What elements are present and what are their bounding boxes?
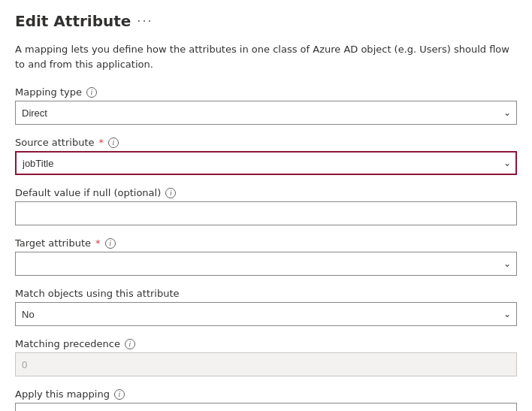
match-objects-label: Match objects using this attribute (15, 288, 517, 299)
matching-precedence-input (15, 352, 517, 376)
source-attribute-label: Source attribute * i (15, 137, 517, 148)
target-attribute-label: Target attribute * i (15, 237, 517, 249)
source-attribute-wrapper: jobTitle department displayName mail ⌄ (15, 151, 517, 175)
default-value-info-icon[interactable]: i (165, 188, 176, 198)
apply-mapping-section: Apply this mapping i Always Only during … (15, 388, 517, 411)
match-objects-select[interactable]: No Yes (15, 302, 517, 326)
target-attribute-section: Target attribute * i ⌄ (15, 237, 517, 276)
page-header: Edit Attribute ··· (15, 12, 517, 30)
mapping-type-label: Mapping type i (15, 86, 517, 98)
source-attribute-select[interactable]: jobTitle department displayName mail (15, 151, 517, 175)
target-attribute-select[interactable] (15, 252, 517, 276)
more-options-icon[interactable]: ··· (137, 14, 153, 29)
matching-precedence-label: Matching precedence i (15, 338, 517, 349)
apply-mapping-label: Apply this mapping i (15, 388, 517, 400)
match-objects-wrapper: No Yes ⌄ (15, 302, 517, 326)
matching-precedence-info-icon[interactable]: i (125, 339, 135, 349)
matching-precedence-section: Matching precedence i (15, 338, 517, 376)
page-description: A mapping lets you define how the attrib… (15, 42, 517, 71)
default-value-input[interactable] (15, 201, 517, 225)
target-attribute-wrapper: ⌄ (15, 252, 517, 276)
mapping-type-select[interactable]: Direct Expression Constant (15, 101, 517, 125)
source-attribute-section: Source attribute * i jobTitle department… (15, 137, 517, 175)
apply-mapping-info-icon[interactable]: i (114, 389, 125, 400)
mapping-type-section: Mapping type i Direct Expression Constan… (15, 86, 517, 125)
page-title: Edit Attribute (15, 12, 131, 30)
match-objects-section: Match objects using this attribute No Ye… (15, 288, 517, 326)
mapping-type-wrapper: Direct Expression Constant ⌄ (15, 101, 517, 125)
target-attribute-info-icon[interactable]: i (105, 238, 116, 249)
default-value-section: Default value if null (optional) i (15, 187, 517, 225)
target-attribute-required: * (95, 237, 101, 249)
source-attribute-required: * (99, 137, 104, 148)
default-value-label: Default value if null (optional) i (15, 187, 517, 198)
source-attribute-info-icon[interactable]: i (108, 138, 119, 148)
apply-mapping-select[interactable]: Always Only during object creation (15, 403, 517, 411)
apply-mapping-wrapper: Always Only during object creation ⌄ (15, 403, 517, 411)
mapping-type-info-icon[interactable]: i (86, 87, 97, 98)
